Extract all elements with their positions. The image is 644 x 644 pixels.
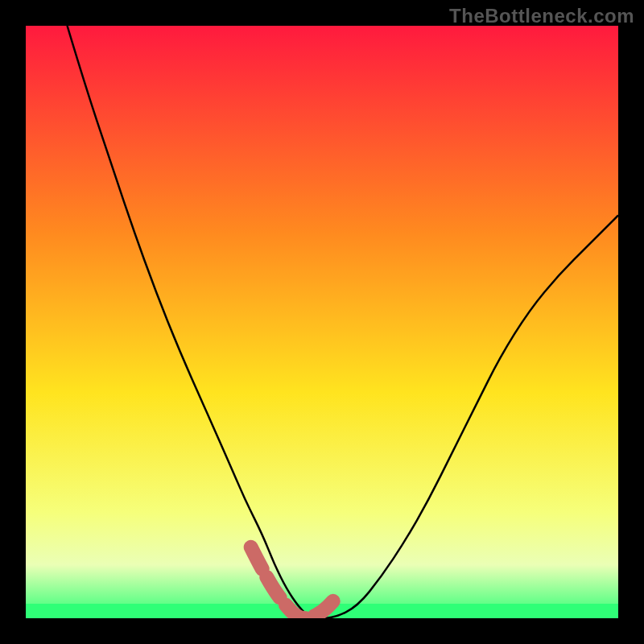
plot-area — [26, 26, 618, 618]
chart-frame: TheBottleneck.com — [0, 0, 644, 644]
watermark-text: TheBottleneck.com — [449, 5, 634, 27]
gradient-background — [26, 26, 618, 618]
bottleneck-chart — [26, 26, 618, 618]
